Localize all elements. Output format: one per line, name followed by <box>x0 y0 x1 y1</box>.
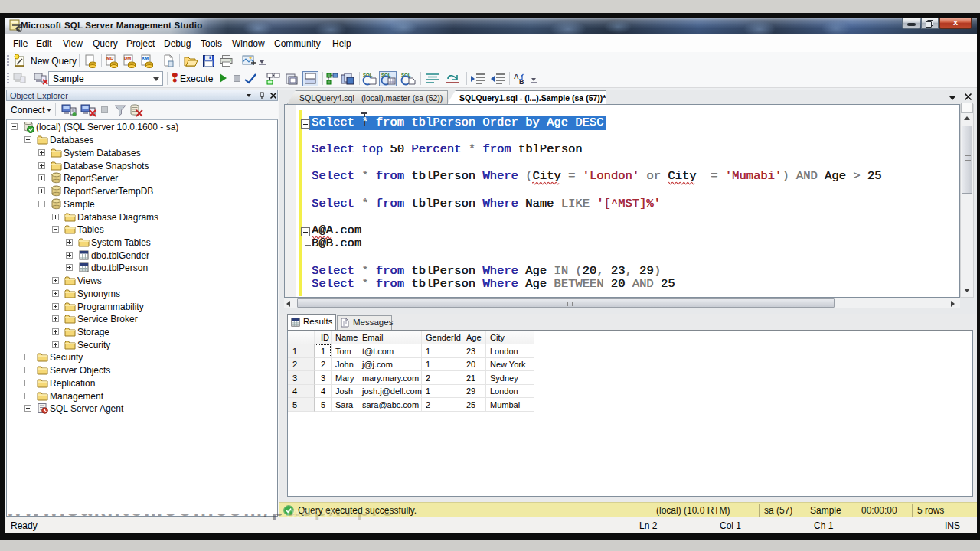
svg-text:A: A <box>514 73 519 80</box>
svg-text:DM: DM <box>124 56 131 60</box>
svg-text:MD: MD <box>106 56 114 60</box>
svg-text:XM: XM <box>142 56 149 60</box>
